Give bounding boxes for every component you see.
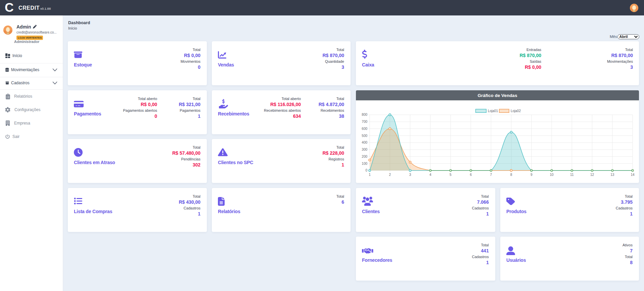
svg-text:200: 200 (362, 154, 367, 158)
svg-text:100: 100 (362, 161, 367, 165)
svg-text:4: 4 (429, 173, 431, 177)
svg-text:800: 800 (362, 113, 367, 116)
svg-text:9: 9 (531, 173, 533, 177)
svg-text:5: 5 (450, 173, 452, 177)
svg-text:10: 10 (550, 173, 554, 177)
svg-text:700: 700 (362, 120, 367, 124)
svg-text:1: 1 (369, 173, 371, 177)
svg-text:2: 2 (389, 173, 391, 177)
svg-text:11: 11 (570, 173, 574, 177)
svg-text:3: 3 (409, 173, 411, 177)
svg-text:13: 13 (610, 173, 614, 177)
svg-text:Loja01: Loja01 (488, 109, 498, 113)
svg-text:14: 14 (631, 173, 635, 177)
svg-text:7: 7 (490, 173, 492, 177)
svg-text:500: 500 (362, 134, 367, 137)
svg-text:6: 6 (470, 173, 472, 177)
svg-text:Loja02: Loja02 (511, 109, 521, 113)
svg-text:300: 300 (362, 148, 367, 151)
svg-text:8: 8 (510, 173, 512, 177)
svg-text:0: 0 (365, 168, 367, 172)
svg-text:12: 12 (590, 173, 594, 177)
svg-text:600: 600 (362, 127, 367, 130)
svg-text:400: 400 (362, 141, 367, 144)
